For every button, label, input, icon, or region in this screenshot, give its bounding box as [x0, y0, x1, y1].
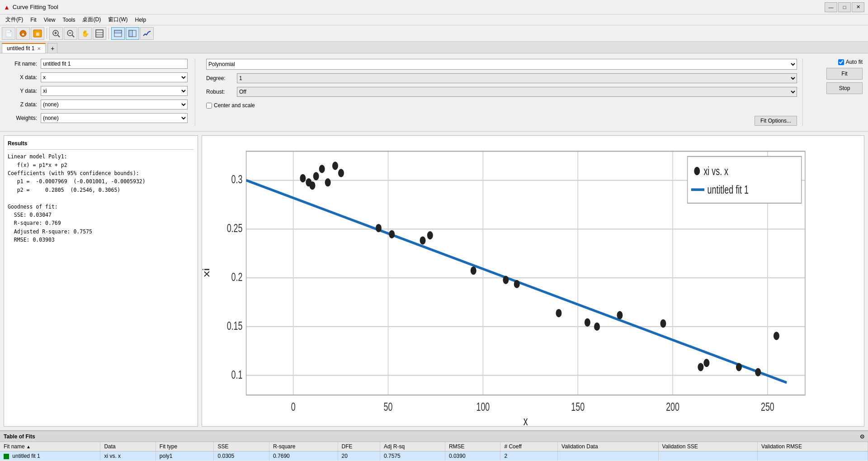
fit-type-select[interactable]: Polynomial — [206, 59, 797, 70]
plot-button[interactable] — [140, 27, 154, 40]
col-val-sse[interactable]: Validation SSE — [658, 442, 757, 451]
separator-1 — [47, 28, 47, 39]
svg-rect-11 — [96, 30, 103, 37]
cell-n-coeff: 2 — [500, 451, 558, 461]
menu-file[interactable]: 文件(F) — [2, 15, 27, 24]
z-data-select[interactable]: (none) — [41, 100, 188, 109]
svg-point-35 — [319, 165, 325, 173]
minimize-button[interactable]: — — [825, 2, 837, 12]
svg-point-34 — [313, 172, 319, 180]
col-r-square[interactable]: R-square — [269, 442, 338, 451]
tab-close-button[interactable]: ✕ — [37, 46, 41, 51]
cell-rmse: 0.0390 — [445, 451, 500, 461]
col-fit-name[interactable]: Fit name ▲ — [0, 442, 100, 451]
fit-type-row: Polynomial — [206, 59, 797, 70]
svg-point-40 — [376, 224, 382, 232]
menu-bar: 文件(F) Fit View Tools 桌面(D) 窗口(W) Help — [0, 14, 868, 25]
tab-untitled-fit-1[interactable]: untitled fit 1 ✕ — [2, 43, 46, 53]
zoom-out-button[interactable] — [64, 27, 77, 40]
left-form: Fit name: X data: x Y data: xi Z data: (… — [5, 59, 195, 126]
degree-row: Degree: 1 2 3 — [206, 73, 797, 83]
svg-point-48 — [585, 318, 590, 327]
menu-fit[interactable]: Fit — [27, 16, 40, 24]
plot-area: 0.3 0.25 0.2 0.15 0.1 0 50 100 150 200 2… — [202, 135, 864, 427]
svg-text:0.1: 0.1 — [231, 368, 243, 381]
toolbar: 📄 ▲ ▦ ✋ — [0, 25, 868, 42]
svg-point-32 — [300, 174, 306, 182]
app-icon: ▲ — [4, 4, 10, 11]
cell-adj-r-sq: 0.7575 — [380, 451, 445, 461]
x-data-row: X data: x — [5, 72, 188, 82]
svg-text:0.3: 0.3 — [231, 173, 243, 186]
col-sse[interactable]: SSE — [214, 442, 269, 451]
right-buttons: Auto fit Fit Stop — [808, 59, 863, 126]
fit-name-input[interactable] — [41, 59, 188, 69]
col-adj-r-sq[interactable]: Adj R-sq — [380, 442, 445, 451]
degree-label: Degree: — [206, 75, 233, 81]
open-button[interactable]: ▲ — [16, 27, 30, 40]
menu-view[interactable]: View — [40, 16, 59, 24]
fits-table: Fit name ▲ Data Fit type SSE R-square DF… — [0, 442, 868, 461]
col-fit-type[interactable]: Fit type — [156, 442, 214, 451]
tab-add-button[interactable]: + — [47, 43, 57, 53]
weights-select[interactable]: (none) — [41, 113, 188, 123]
window-controls: — □ ✕ — [825, 2, 864, 12]
y-data-label: Y data: — [5, 88, 37, 94]
svg-point-39 — [309, 181, 315, 190]
cell-r-square: 0.7690 — [269, 451, 338, 461]
svg-text:100: 100 — [476, 400, 490, 413]
svg-point-45 — [503, 276, 509, 284]
svg-point-49 — [594, 323, 600, 331]
maximize-button[interactable]: □ — [838, 2, 851, 12]
table-collapse-icon[interactable]: ⊙ — [860, 433, 864, 440]
fit-options-row: Fit Options... — [206, 116, 797, 126]
select-data-button[interactable] — [93, 27, 106, 40]
menu-window[interactable]: 窗口(W) — [104, 15, 131, 24]
table-row[interactable]: untitled fit 1 xi vs. x poly1 0.0305 0.7… — [0, 451, 868, 461]
degree-select[interactable]: 1 2 3 — [237, 73, 797, 83]
tab-bar: untitled fit 1 ✕ + — [0, 42, 868, 53]
y-data-select[interactable]: xi — [41, 86, 188, 96]
svg-line-9 — [72, 35, 74, 37]
svg-text:x: x — [524, 413, 528, 426]
new-button[interactable]: 📄 — [2, 27, 15, 40]
center-scale-checkbox[interactable] — [206, 103, 212, 109]
table-title: Table of Fits — [4, 433, 35, 440]
svg-point-46 — [514, 280, 520, 288]
x-data-select[interactable]: x — [41, 72, 188, 82]
pan-button[interactable]: ✋ — [78, 27, 92, 40]
cell-sse: 0.0305 — [214, 451, 269, 461]
col-dfe[interactable]: DFE — [338, 442, 380, 451]
results-title: Results — [8, 139, 194, 150]
menu-tools[interactable]: Tools — [59, 16, 79, 24]
z-data-label: Z data: — [5, 101, 37, 108]
col-val-data[interactable]: Validation Data — [558, 442, 659, 451]
close-button[interactable]: ✕ — [852, 2, 864, 12]
fit-name-row: Fit name: — [5, 59, 188, 69]
menu-desktop[interactable]: 桌面(D) — [79, 15, 104, 24]
import-button[interactable]: ▦ — [31, 27, 44, 40]
table-section: Table of Fits ⊙ Fit name ▲ Data Fit type… — [0, 430, 868, 461]
weights-label: Weights: — [5, 115, 37, 121]
svg-point-71 — [694, 167, 700, 175]
toggle-panel2-button[interactable] — [126, 27, 139, 40]
fit-button[interactable]: Fit — [826, 68, 863, 80]
col-rmse[interactable]: RMSE — [445, 442, 500, 451]
toggle-panel1-button[interactable] — [111, 27, 125, 40]
svg-text:50: 50 — [384, 400, 393, 413]
svg-text:0.15: 0.15 — [227, 319, 243, 333]
col-val-rmse[interactable]: Validation RMSE — [758, 442, 868, 451]
robust-select[interactable]: Off On — [237, 87, 797, 97]
chart-svg: 0.3 0.25 0.2 0.15 0.1 0 50 100 150 200 2… — [202, 136, 864, 426]
auto-fit-checkbox[interactable] — [838, 59, 844, 65]
menu-help[interactable]: Help — [131, 16, 150, 24]
col-data[interactable]: Data — [100, 442, 156, 451]
stop-button[interactable]: Stop — [826, 82, 863, 94]
main-content: Fit name: X data: x Y data: xi Z data: (… — [0, 53, 868, 461]
svg-point-38 — [338, 169, 344, 177]
col-n-coeff[interactable]: # Coeff — [500, 442, 558, 451]
cell-val-rmse — [758, 451, 868, 461]
zoom-in-button[interactable] — [49, 27, 63, 40]
fit-options-button[interactable]: Fit Options... — [755, 116, 797, 126]
table-header: Table of Fits ⊙ — [0, 431, 868, 442]
